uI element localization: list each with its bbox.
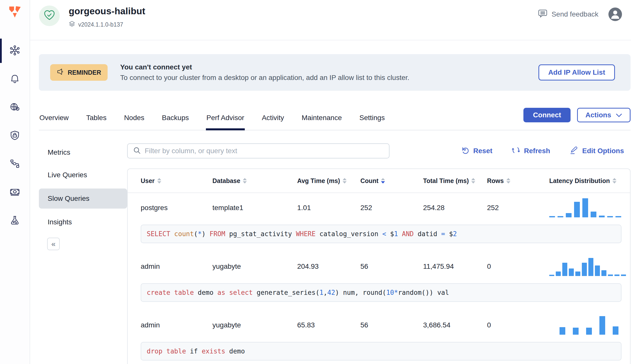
query-filter-input[interactable] <box>145 147 383 155</box>
cluster-header: gorgeous-halibut v2024.1.1.0-b137 <box>30 0 631 40</box>
cell-database: yugabyte <box>212 262 297 270</box>
tab-nodes[interactable]: Nodes <box>124 109 145 130</box>
latency-histogram <box>549 198 621 217</box>
send-feedback-button[interactable]: Send feedback <box>538 9 598 20</box>
user-avatar[interactable] <box>608 8 622 21</box>
cell-latency-distribution <box>549 198 631 217</box>
refresh-label: Refresh <box>524 147 550 155</box>
cell-latency-distribution <box>549 316 630 335</box>
sidebar-item-labs[interactable] <box>0 207 30 235</box>
sort-arrows-icon <box>506 178 510 184</box>
slow-queries-table: UserDatabaseAvg Time (ms)CountTotal Time… <box>127 168 630 364</box>
flask-icon <box>10 215 20 227</box>
banner-title: You can't connect yet <box>120 63 409 71</box>
sort-arrows-icon <box>381 178 385 184</box>
column-label: Rows <box>487 177 504 185</box>
cell-database: yugabyte <box>212 321 297 329</box>
cell-rows: 252 <box>487 204 549 212</box>
sidebar-item-alerts[interactable] <box>0 65 30 93</box>
subnav-item-metrics[interactable]: Metrics <box>39 143 127 161</box>
sort-arrows-icon <box>243 178 247 184</box>
tab-backups[interactable]: Backups <box>162 109 189 130</box>
cell-avg_time: 1.01 <box>297 204 360 212</box>
actions-menu-label: Actions <box>585 111 611 119</box>
tab-activity[interactable]: Activity <box>261 109 285 130</box>
yugabyte-logo[interactable] <box>8 6 22 20</box>
latency-histogram <box>549 257 626 276</box>
tab-settings[interactable]: Settings <box>359 109 385 130</box>
workflow-icon <box>10 158 20 170</box>
reminder-banner: REMINDER You can't connect yet To connec… <box>39 54 630 91</box>
add-ip-allow-list-button[interactable]: Add IP Allow List <box>538 64 615 80</box>
refresh-icon <box>512 146 520 156</box>
actions-menu-button[interactable]: Actions <box>577 108 630 122</box>
column-header-user[interactable]: User <box>141 177 212 185</box>
collapse-sidebar-button[interactable]: « <box>47 238 60 250</box>
cluster-name: gorgeous-halibut <box>69 6 145 17</box>
cell-total_time: 3,686.54 <box>423 321 487 329</box>
reset-label: Reset <box>473 147 492 155</box>
subnav-item-slow-queries[interactable]: Slow Queries <box>39 189 127 209</box>
column-header-database[interactable]: Database <box>212 177 297 185</box>
cell-count: 56 <box>360 321 423 329</box>
edit-pencil-icon <box>570 146 578 156</box>
cell-count: 252 <box>360 204 423 212</box>
cluster-health-badge <box>39 6 60 26</box>
sidebar-item-clusters[interactable] <box>0 37 30 65</box>
column-header-avg-time-ms-[interactable]: Avg Time (ms) <box>297 177 360 185</box>
app-root: gorgeous-halibut v2024.1.1.0-b137 <box>0 0 631 364</box>
sidebar-item-billing[interactable] <box>0 178 30 207</box>
column-header-rows[interactable]: Rows <box>487 177 549 185</box>
tab-overview[interactable]: Overview <box>39 109 69 130</box>
reset-button[interactable]: Reset <box>461 146 492 156</box>
column-header-total-time-ms-[interactable]: Total Time (ms) <box>423 177 487 185</box>
table-row[interactable]: adminyugabyte65.83563,686.540 <box>128 310 630 340</box>
cell-count: 56 <box>360 262 423 270</box>
latency-histogram <box>560 316 618 335</box>
cell-total_time: 11,475.94 <box>423 262 487 270</box>
cell-latency-distribution <box>549 257 631 276</box>
tab-perf-advisor[interactable]: Perf Advisor <box>206 109 245 130</box>
query-text[interactable]: create table demo as select generate_ser… <box>141 283 621 302</box>
cell-avg_time: 65.83 <box>297 321 360 329</box>
sort-arrows-icon <box>612 178 616 184</box>
cell-rows: 0 <box>487 321 549 329</box>
heart-check-icon <box>44 10 55 22</box>
cell-database: template1 <box>212 204 297 212</box>
refresh-button[interactable]: Refresh <box>512 146 550 156</box>
feedback-chat-icon <box>538 9 547 20</box>
edit-options-button[interactable]: Edit Options <box>570 146 624 156</box>
globe-gear-icon <box>10 102 20 113</box>
banknote-icon <box>10 187 20 198</box>
tab-maintenance[interactable]: Maintenance <box>301 109 342 130</box>
connect-button[interactable]: Connect <box>523 108 571 122</box>
subnav-item-live-queries[interactable]: Live Queries <box>39 166 127 184</box>
tab-tables[interactable]: Tables <box>86 109 107 130</box>
query-text[interactable]: SELECT count(*) FROM pg_stat_activity WH… <box>141 225 621 243</box>
query-filter-box <box>127 143 389 158</box>
column-header-count[interactable]: Count <box>360 177 423 185</box>
sidebar-item-security[interactable] <box>0 122 30 150</box>
column-header-latency-distribution[interactable]: Latency Distribution <box>549 177 630 185</box>
table-row[interactable]: adminyugabyte204.935611,475.940 <box>128 252 630 281</box>
sidebar-item-integrations[interactable] <box>0 150 30 178</box>
query-text[interactable]: drop table if exists demo <box>141 342 621 360</box>
subnav-item-insights[interactable]: Insights <box>39 213 127 231</box>
cell-user: postgres <box>141 204 212 212</box>
cell-total_time: 254.28 <box>423 204 487 212</box>
megaphone-icon <box>57 68 64 77</box>
column-label: User <box>141 177 155 185</box>
edit-options-label: Edit Options <box>582 147 624 155</box>
shield-lock-icon <box>10 130 20 142</box>
column-label: Total Time (ms) <box>423 177 469 185</box>
column-label: Count <box>360 177 378 185</box>
layers-icon <box>69 21 75 29</box>
table-row[interactable]: postgrestemplate11.01252254.28252 <box>128 193 630 223</box>
chevron-down-icon <box>616 111 622 119</box>
sort-arrows-icon <box>157 178 161 184</box>
cell-user: admin <box>141 321 212 329</box>
send-feedback-label: Send feedback <box>551 10 598 18</box>
reminder-badge-label: REMINDER <box>68 69 101 76</box>
cell-rows: 0 <box>487 262 549 270</box>
sidebar-item-network[interactable] <box>0 93 30 122</box>
